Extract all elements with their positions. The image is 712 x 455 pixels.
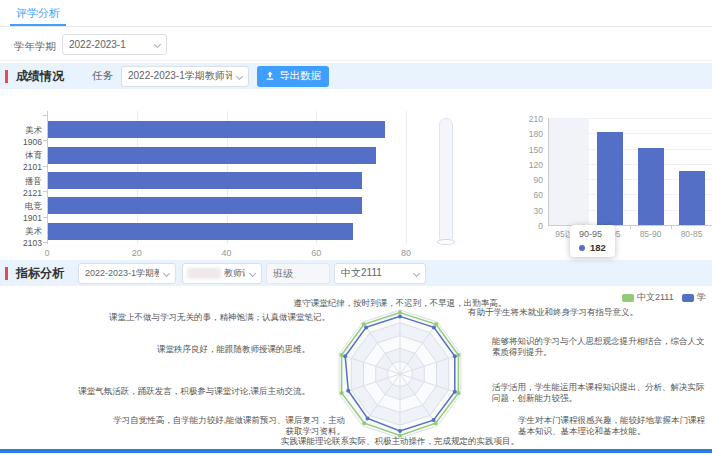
y-tick-label: 0 (520, 221, 543, 231)
data-zoom-handle[interactable] (437, 239, 455, 245)
radar-indicator-label: 课堂气氛活跃，踊跃发言，积极参与课堂讨论,课后主动交流。 (70, 386, 310, 397)
tooltip-title: 90-95 (579, 229, 606, 239)
chevron-down-icon (249, 269, 256, 276)
radar-point[interactable] (398, 311, 402, 315)
radar-point[interactable] (346, 389, 350, 393)
chevron-down-icon (236, 72, 243, 79)
radar-point[interactable] (398, 314, 402, 318)
gridline (548, 133, 712, 134)
y-tick-label: 60 (520, 190, 543, 200)
score-section-header: 成绩情况 任务 2022-2023-1学期教师评 导出数据 (0, 63, 712, 89)
chart-tooltip: 90-95182 (570, 225, 615, 257)
radar-indicator-label: 学生对本门课程很感兴趣，能较好地掌握本门课程基本知识、基本理论和基本技能。 (518, 415, 712, 437)
radar-point[interactable] (398, 429, 402, 433)
tab-bar: 评学分析 (0, 0, 712, 27)
y-tick-label: 90 (520, 175, 543, 185)
indicator-radar-chart: 遵守课堂纪律，按时到课，不迟到，不早退，出勤率高。有助于学生将来就业和终身学习有… (0, 290, 712, 450)
radar-point[interactable] (456, 353, 460, 357)
indicator-task-select-value: 2022-2023-1学期教师评 (85, 267, 159, 280)
bar-美术1906[interactable] (48, 121, 385, 138)
task-select[interactable]: 2022-2023-1学期教师评 (121, 66, 249, 87)
y-axis-tick (43, 140, 47, 141)
category-label: 电竞1901 (8, 201, 42, 223)
x-tick-label: 60 (306, 248, 326, 258)
y-axis-line (548, 118, 549, 225)
y-tick-label: 120 (520, 160, 543, 170)
bar-90-95[interactable] (597, 132, 623, 225)
gridline (406, 111, 407, 244)
class-select-value: 中文2111 (341, 266, 382, 280)
category-label: 播音2121 (8, 176, 42, 198)
task-select-value: 2022-2023-1学期教师评 (128, 69, 232, 83)
red-accent-bar (5, 267, 8, 280)
bottom-blue-bar (0, 449, 712, 453)
export-button-label: 导出数据 (279, 69, 321, 83)
divider (0, 60, 712, 61)
semester-select[interactable]: 2022-2023-1 (62, 34, 167, 55)
radar-indicator-label: 活学活用，学生能运用本课程知识提出、分析、解决实际问题，创新能力较强。 (492, 382, 712, 404)
chevron-down-icon (163, 269, 170, 276)
class-input[interactable] (266, 263, 330, 284)
survey-select[interactable]: 教师评学调 (182, 263, 262, 284)
radar-point[interactable] (453, 354, 457, 358)
radar-point[interactable] (453, 390, 457, 394)
radar-indicator-label: 课堂上不做与学习无关的事，精神饱满；认真做课堂笔记。 (62, 312, 330, 323)
x-tick-label: 80 (396, 248, 416, 258)
y-tick-label: 150 (520, 145, 543, 155)
tooltip-series-dot (579, 245, 585, 251)
y-axis-tick (43, 115, 47, 116)
radar-point[interactable] (364, 325, 368, 329)
bar-85-90[interactable] (638, 148, 664, 225)
y-axis-tick (43, 191, 47, 192)
x-tick-label: 40 (217, 248, 237, 258)
category-label: 美术1906 (8, 125, 42, 147)
semester-select-value: 2022-2023-1 (69, 39, 126, 50)
radar-point[interactable] (340, 353, 344, 357)
x-category-label: 85-90 (631, 229, 671, 239)
radar-point[interactable] (456, 391, 460, 395)
tooltip-row: 182 (579, 242, 606, 253)
y-tick-label: 30 (520, 206, 543, 216)
radar-point[interactable] (432, 325, 436, 329)
gridline (548, 118, 712, 119)
radar-point[interactable] (432, 418, 436, 422)
redacted-text (187, 268, 221, 279)
bar-80-85[interactable] (679, 171, 705, 225)
export-data-button[interactable]: 导出数据 (257, 66, 329, 87)
bar-电竞1901[interactable] (48, 197, 362, 214)
gridline (548, 149, 712, 150)
gridline (548, 164, 712, 165)
y-axis-tick (43, 217, 47, 218)
radar-point[interactable] (362, 421, 366, 425)
radar-point[interactable] (366, 417, 370, 421)
x-tick-label: 0 (37, 248, 57, 258)
tooltip-value: 182 (590, 242, 606, 253)
radar-indicator-label: 有助于学生将来就业和终身学习有指导意义。 (468, 307, 712, 318)
y-tick-label: 180 (520, 129, 543, 139)
tab-evaluation-analysis[interactable]: 评学分析 (10, 0, 66, 26)
bar-体育2101[interactable] (48, 147, 376, 164)
red-accent-bar (5, 70, 8, 83)
bar-播音2121[interactable] (48, 172, 362, 189)
radar-point[interactable] (340, 391, 344, 395)
x-category-label: 80-85 (672, 229, 712, 239)
class-select[interactable]: 中文2111 (334, 263, 426, 284)
radar-indicator-label: 课堂秩序良好，能跟随教师授课的思维。 (70, 344, 310, 355)
radar-point[interactable] (343, 354, 347, 358)
y-axis-tick (43, 166, 47, 167)
indicator-task-select[interactable]: 2022-2023-1学期教师评 (78, 263, 176, 284)
x-tick-label: 20 (127, 248, 147, 258)
survey-select-value: 教师评学调 (224, 267, 245, 280)
radar-indicator-label: 实践课能理论联系实际、积极主动操作，完成规定的实践项目。 (278, 436, 522, 447)
score-range-bar-chart: 030609012015018021095以上90-9585-9080-8590… (520, 105, 712, 260)
indicator-section-title: 指标分析 (16, 265, 64, 282)
semester-label: 学年学期 (14, 40, 56, 54)
class-score-bar-chart: 020406080美术1906体育2101播音2121电竞1901美术2103 (8, 95, 438, 260)
category-label: 体育2101 (8, 150, 42, 172)
data-zoom-slider[interactable] (439, 118, 453, 244)
score-section-title: 成绩情况 (16, 68, 64, 85)
category-label: 美术2103 (8, 226, 42, 248)
task-label: 任务 (92, 69, 113, 83)
indicator-section-header: 指标分析 2022-2023-1学期教师评 教师评学调 中文2111 (0, 260, 712, 286)
bar-美术2103[interactable] (48, 223, 353, 240)
